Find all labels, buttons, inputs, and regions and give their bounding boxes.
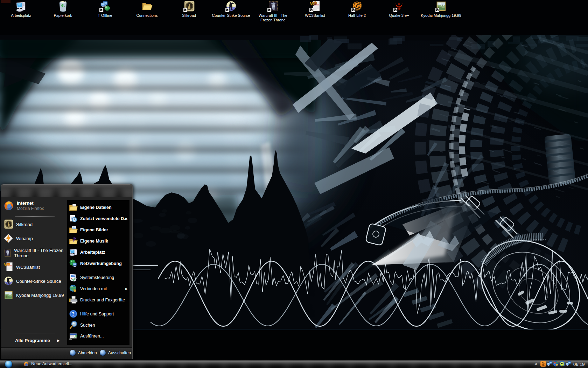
svg-text:3: 3 <box>314 1 316 5</box>
svg-text:2: 2 <box>359 1 361 4</box>
svg-text:?: ? <box>72 311 75 317</box>
svg-text:3: 3 <box>8 263 9 266</box>
